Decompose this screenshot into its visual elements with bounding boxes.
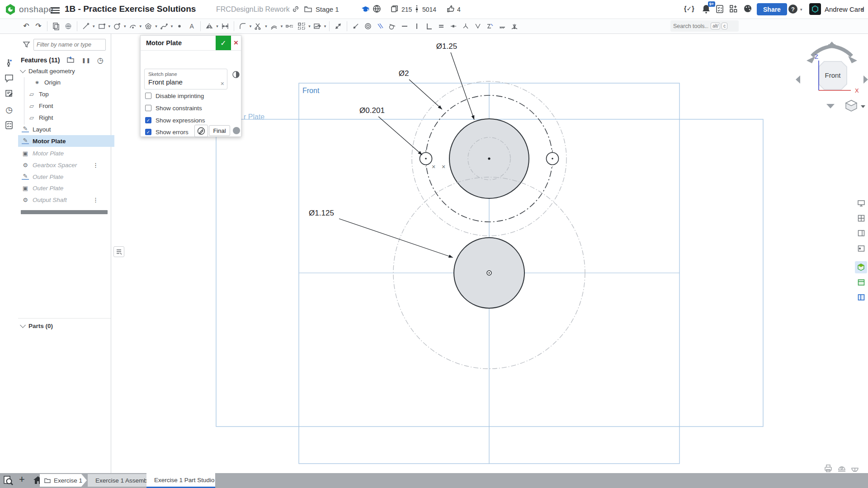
option-show-errors[interactable]: ✓ Show errors [145,127,189,136]
followers-icon[interactable] [415,5,419,13]
line-tool-caret-icon[interactable]: ▾ [93,24,95,28]
edit-sketch-dimension-button[interactable] [194,125,208,137]
help-icon[interactable]: ? [788,5,797,14]
view-mode-cube-icon[interactable] [846,100,857,111]
trim-tool[interactable] [253,20,264,32]
filter-box[interactable] [33,39,106,51]
undo-button[interactable]: ↶ [21,20,32,32]
option-disable-imprinting[interactable]: Disable imprinting [145,91,204,100]
follow-pin-icon[interactable] [4,58,14,69]
measure-tool[interactable] [333,20,344,32]
tab-exercise-1-part-studio[interactable]: Exercise 1 Part Studio [146,473,215,488]
pan-left-arrow-icon[interactable] [796,75,800,84]
pan-right-arrow-icon[interactable] [863,75,868,84]
overflow-dots-icon[interactable]: ⋮ [93,162,98,169]
tool-search-box[interactable]: alt/ c [670,20,739,32]
filter-input[interactable] [34,39,105,50]
circle-tool-caret-icon[interactable]: ▾ [124,24,126,28]
hamburger-menu-icon[interactable] [51,6,60,15]
polygon-tool[interactable] [143,20,154,32]
vertical-constraint-icon[interactable] [411,20,422,32]
view-cube-face-label[interactable]: Front [825,71,841,79]
offset-tool-caret-icon[interactable]: ▾ [281,24,283,28]
tree-item-layout[interactable]: ✎ Layout [18,123,114,135]
coincident-constraint-icon[interactable] [350,20,361,32]
suppress-pause-icon[interactable]: ❚❚ [81,57,90,63]
copy-paste-icon[interactable] [51,20,61,32]
section-grid-icon[interactable] [855,212,867,224]
perpendicular-constraint-icon[interactable] [424,20,434,32]
tangent-constraint-icon[interactable] [387,20,398,32]
circle-tool[interactable] [112,20,123,32]
link-icon[interactable] [292,5,300,13]
dim-bore-label[interactable]: Ø1.25 [436,42,457,51]
user-caret-icon[interactable]: ▾ [861,7,863,12]
checkbox-checked[interactable]: ✓ [145,129,151,135]
fillet-tool-caret-icon[interactable]: ▾ [250,24,252,28]
tree-item-front[interactable]: ▱ Front [18,100,121,112]
properties-checklist-icon[interactable] [4,120,14,131]
globe-icon[interactable] [373,5,381,13]
webcam-dome-icon[interactable] [837,464,847,473]
rollback-bar[interactable] [21,210,108,214]
search-tabs-icon[interactable] [3,475,14,487]
final-button[interactable]: Final [209,125,230,136]
edit-notes-icon[interactable] [4,88,14,99]
rotate-right-arrowhead[interactable] [848,56,857,63]
rotate-right-arrow-icon[interactable] [828,46,852,56]
pierce-constraint-icon[interactable] [509,20,520,32]
breadcrumb-folder[interactable]: Stage 1 [316,5,339,13]
monitor-view-icon[interactable] [855,197,867,209]
document-title[interactable]: 1B - Practice Exercise Solutions [65,4,196,14]
tasks-icon[interactable] [716,5,724,14]
insert-image-tool[interactable] [312,20,323,32]
learning-cap-icon[interactable] [361,5,370,14]
dim-shaft-label[interactable]: Ø1.125 [309,209,334,217]
theme-palette-icon[interactable] [743,4,752,13]
equal-constraint-icon[interactable] [436,20,447,32]
symmetric-constraint-icon[interactable] [472,20,483,32]
sketch-plane-field[interactable]: Sketch plane Front plane × [144,69,227,89]
new-tab-plus-button[interactable]: + [19,474,25,485]
cancel-button[interactable]: × [231,36,241,50]
parallel-constraint-icon[interactable] [375,20,386,32]
overflow-dots-icon[interactable]: ⋮ [93,197,98,203]
history-stopwatch-icon[interactable]: ◷ [4,104,14,115]
tree-item-right[interactable]: ▱ Right [18,112,121,123]
featurescript-icon[interactable]: {✓} [684,5,694,12]
blue-panel-icon[interactable] [855,291,867,303]
arc-tool[interactable] [127,20,138,32]
share-button[interactable]: Share [757,3,787,15]
apps-grid-icon[interactable] [729,5,738,13]
option-show-constraints[interactable]: Show constraints [145,103,202,113]
circular-pattern-tool[interactable] [296,20,307,32]
concentric-constraint-icon[interactable] [363,20,373,32]
dim-bolt-circle-label[interactable]: Ø2 [399,69,409,78]
insert-image-caret-icon[interactable]: ▾ [324,24,326,28]
arc-tool-caret-icon[interactable]: ▾ [140,24,142,28]
rotate-left-arrowhead[interactable] [807,56,816,63]
tab-exercise-1[interactable]: Exercise 1 [40,474,87,487]
rollback-clock-icon[interactable]: ◷ [97,56,104,65]
circular-pattern-caret-icon[interactable]: ▾ [308,24,311,28]
redo-button[interactable]: ↷ [33,20,44,32]
printer-icon[interactable] [823,464,833,473]
add-folder-icon[interactable] [67,56,75,65]
shaded-cube-icon[interactable] [855,261,867,273]
option-show-expressions[interactable]: ✓ Show expressions [145,116,205,125]
user-name[interactable]: Andrew Card [825,5,864,13]
spline-tool-caret-icon[interactable]: ▾ [171,24,173,28]
mate-connector-icon[interactable] [231,70,241,80]
tree-group-default-geometry[interactable]: Default geometry [18,65,113,77]
avatar[interactable] [809,3,821,15]
fillet-tool[interactable] [237,20,248,32]
tree-item-outer-plate-sketch[interactable]: ✎ Outer Plate [18,171,114,183]
thumbs-up-icon[interactable] [446,5,455,13]
tree-item-outer-plate-extrude[interactable]: ▣ Outer Plate [18,182,114,194]
filter-funnel-icon[interactable] [23,41,30,50]
dialog-help-icon[interactable] [233,127,240,134]
midpoint-constraint-icon[interactable] [448,20,459,32]
tree-item-gearbox-spacer[interactable]: ⚙ Gearbox Spacer ⋮ [18,159,114,171]
dimension-tool[interactable] [220,20,231,32]
help-caret-icon[interactable]: ▾ [800,7,802,12]
